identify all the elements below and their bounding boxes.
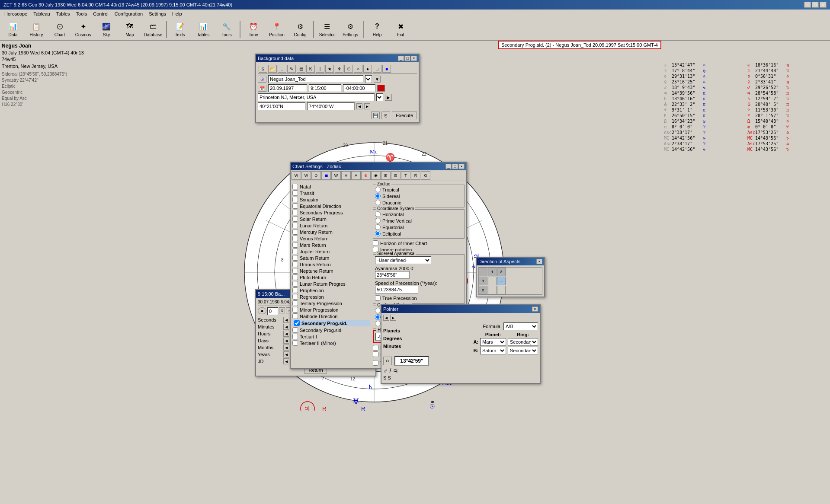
close-btn[interactable]: ×: [820, 2, 827, 8]
cs-close[interactable]: ×: [458, 164, 465, 169]
b-ring-select[interactable]: Secondary: [508, 347, 538, 354]
varga-input[interactable]: [373, 360, 378, 366]
bg-loc-btn[interactable]: ▶: [385, 94, 392, 101]
toolbar-settings-btn[interactable]: ⚙ Settings: [339, 19, 362, 39]
aspect-cell-12[interactable]: →: [497, 277, 506, 285]
aspect-cell-21[interactable]: [488, 286, 497, 294]
bg-coords-btn1[interactable]: ◀: [356, 103, 362, 109]
toolbar-selector-btn[interactable]: ☰ Selector: [316, 19, 338, 39]
bg-location-dropdown[interactable]: [376, 93, 383, 101]
a-planet-select[interactable]: Mars: [480, 338, 506, 346]
cs-tb-2[interactable]: W: [301, 171, 311, 180]
cb-secondary-sid-input[interactable]: [294, 320, 300, 326]
ayanamsa-2000-input[interactable]: [375, 271, 410, 279]
aspects-close[interactable]: ×: [536, 259, 542, 264]
toolbar-map-btn[interactable]: 🗺 Map: [119, 19, 141, 39]
menu-control[interactable]: Control: [90, 10, 111, 17]
toolbar-database-btn[interactable]: 🗃 Database: [142, 19, 164, 39]
bg-data-minimize[interactable]: _: [398, 56, 404, 61]
coord-ecliptical-radio[interactable]: [375, 231, 381, 236]
cb-venus-r-input[interactable]: [292, 236, 298, 241]
cb-regression-input[interactable]: [292, 294, 298, 300]
bg-tb-open[interactable]: 📂: [268, 65, 277, 73]
jd-prev[interactable]: ◀: [283, 358, 289, 364]
cs-tb-8[interactable]: ⊕: [361, 171, 371, 180]
min-prev[interactable]: ◀: [283, 324, 289, 330]
pointer-next[interactable]: ▶: [390, 315, 396, 321]
cs-tb-9[interactable]: ◉: [371, 171, 381, 180]
bg-tb-planet[interactable]: ♆: [335, 65, 343, 73]
formula-select[interactable]: A/B: [503, 322, 538, 330]
menu-configuration[interactable]: Configuration: [112, 10, 145, 17]
bg-tb-filter[interactable]: ▤: [297, 65, 305, 73]
cb-naibode-input[interactable]: [292, 313, 298, 319]
ayanamsa-select[interactable]: -User defined-: [375, 256, 431, 264]
cb-lunar-input[interactable]: [292, 223, 298, 228]
cs-tb-3[interactable]: ⊙: [311, 171, 321, 180]
toolbar-data-btn[interactable]: 📊 Data: [2, 19, 24, 39]
zodiac-sidereal-radio[interactable]: [375, 193, 381, 199]
minimize-btn[interactable]: −: [804, 2, 811, 8]
menu-tools[interactable]: Tools: [74, 10, 90, 17]
toolbar-time-btn[interactable]: ⏰ Time: [242, 19, 265, 39]
cs-tb-5[interactable]: W: [331, 171, 341, 180]
bg-tb-k[interactable]: K: [306, 65, 315, 73]
center-heliocentric-radio[interactable]: [375, 321, 381, 326]
bg-date-input[interactable]: [268, 84, 307, 92]
sec-prev[interactable]: ◀: [283, 317, 289, 323]
cb-pluto-r-input[interactable]: [292, 274, 298, 280]
hr-prev[interactable]: ◀: [283, 331, 289, 337]
pointer-titlebar[interactable]: Pointer ×: [381, 305, 540, 313]
cb-solar-input[interactable]: [292, 216, 298, 222]
play-green[interactable]: ●: [258, 307, 266, 314]
bg-tb-sun[interactable]: ☉: [344, 65, 353, 73]
bg-tb-blue[interactable]: ■: [382, 65, 391, 73]
bg-data-maximize[interactable]: □: [404, 56, 410, 61]
cb-equatorial-input[interactable]: [292, 203, 298, 209]
zodiac-tropical-radio[interactable]: [375, 187, 381, 192]
speed-precession-input[interactable]: [375, 286, 418, 293]
time-value[interactable]: [267, 307, 278, 315]
zodiac-draconic-radio[interactable]: [375, 200, 381, 205]
bg-tb-ring[interactable]: ○: [354, 65, 362, 73]
toolbar-texts-btn[interactable]: 📝 Texts: [169, 19, 191, 39]
time-step-left[interactable]: ⊙: [279, 307, 285, 313]
bg-lat-input[interactable]: [258, 102, 305, 110]
cb-secondary-input[interactable]: [292, 210, 298, 215]
cb-transit-input[interactable]: [292, 190, 298, 196]
yr-prev[interactable]: ◀: [283, 351, 289, 357]
b-planet-select[interactable]: Saturn: [480, 347, 506, 354]
aspects-titlebar[interactable]: Direction of Aspects ×: [477, 258, 544, 265]
cs-tb-1[interactable]: W: [292, 171, 301, 180]
cb-tertiaer-input[interactable]: [292, 340, 298, 346]
cb-jupiter-r-input[interactable]: [292, 249, 298, 254]
bg-location-input[interactable]: [258, 93, 375, 101]
toolbar-sky-btn[interactable]: 🌌 Sky: [95, 19, 118, 39]
mo-prev[interactable]: ◀: [283, 345, 289, 351]
bg-tb-bar[interactable]: |: [316, 65, 324, 73]
bg-copy-icon2[interactable]: ⎘: [381, 112, 390, 119]
toolbar-cosmos-btn[interactable]: ✦ Cosmos: [72, 19, 94, 39]
a-ring-select[interactable]: Secondary: [508, 338, 538, 346]
toolbar-history-btn[interactable]: 📋 History: [25, 19, 48, 39]
day-prev[interactable]: ◀: [283, 338, 289, 344]
bg-time-input[interactable]: [309, 84, 341, 92]
bg-tb-copy[interactable]: ⎘: [259, 65, 267, 73]
aspect-cell-22[interactable]: [497, 286, 506, 294]
cb-neptune-r-input[interactable]: [292, 268, 298, 274]
cs-tb-7[interactable]: A: [351, 171, 361, 180]
bg-disk-icon[interactable]: 💾: [371, 112, 380, 119]
toolbar-tables-btn[interactable]: 📊 Tables: [192, 19, 215, 39]
menu-tableau[interactable]: Tableau: [31, 10, 53, 17]
bg-tb-star[interactable]: ★: [325, 65, 334, 73]
cb-tertiary-input[interactable]: [292, 300, 298, 306]
execute-btn[interactable]: Execute: [392, 112, 417, 119]
toolbar-position-btn[interactable]: 📍 Position: [266, 19, 288, 39]
cs-tb-10[interactable]: ⊞: [381, 171, 391, 180]
bg-tb-dot[interactable]: ●: [363, 65, 372, 73]
toolbar-tools-btn[interactable]: 🔧 Tools: [215, 19, 238, 39]
cb-tertiart-input[interactable]: [292, 334, 298, 339]
coord-prime-radio[interactable]: [375, 218, 381, 223]
cb-uranus-r-input[interactable]: [292, 262, 298, 267]
cb-natal-input[interactable]: [292, 184, 298, 189]
